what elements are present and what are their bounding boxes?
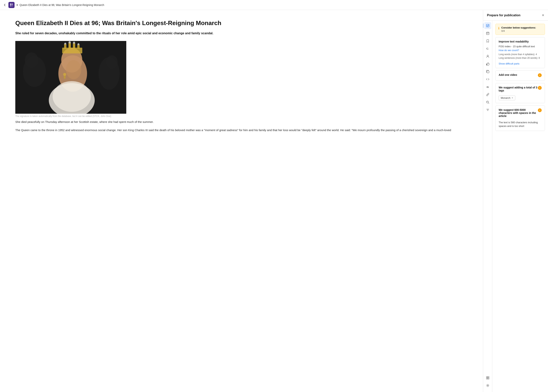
- nav-item-dp[interactable]: dp: [484, 84, 491, 90]
- article-image-wrap: The signature is taken automatically fro…: [15, 41, 468, 118]
- article-para-2[interactable]: The Queen came to the throne in 1952 and…: [15, 128, 468, 133]
- article-image: [15, 41, 126, 114]
- nav-bottom-group: [484, 374, 491, 391]
- queen-silhouette: [15, 41, 126, 114]
- readability-card: Improve text readability FOG index - 15 …: [495, 37, 545, 68]
- back-button[interactable]: [3, 3, 7, 7]
- tags-card-header: We suggest adding a total of 3 tags i: [499, 86, 542, 94]
- article-title[interactable]: Queen Elizabeth II Dies at 96; Was Brita…: [15, 19, 468, 27]
- banner-info-icon: ℹ: [498, 26, 499, 30]
- svg-text:G: G: [486, 47, 488, 50]
- video-info-icon: i: [538, 73, 542, 77]
- length-card-body: The text is 580 characters including spa…: [499, 121, 542, 128]
- banner-title: Consider below suggestions:: [501, 26, 542, 29]
- topbar-left: Queen Elizabeth II Dies at 96; Was Brita…: [3, 2, 545, 8]
- nav-item-google[interactable]: G: [484, 45, 491, 52]
- tag-monarch-remove[interactable]: ×: [512, 97, 513, 99]
- fog-text: FOG index - 15 quite difficult text: [499, 45, 542, 49]
- article-para-1[interactable]: She died peacefully on Thursday afternoo…: [15, 119, 468, 124]
- svg-point-18: [73, 42, 75, 44]
- svg-point-24: [64, 76, 66, 79]
- suggestion-banner: ℹ Consider below suggestions: 0/4: [495, 24, 545, 35]
- doc-title-bar: Queen Elizabeth II Dies at 96; Was Brita…: [16, 3, 104, 7]
- svg-point-23: [63, 73, 66, 76]
- svg-rect-28: [488, 34, 488, 34]
- nav-item-calendar[interactable]: [484, 30, 491, 37]
- sidebar-body: G: [483, 21, 548, 392]
- close-button[interactable]: ×: [542, 13, 544, 17]
- tags-card: We suggest adding a total of 3 tags i Mo…: [495, 83, 545, 103]
- icon-nav: G: [483, 21, 492, 392]
- video-card-header: Add one video i: [499, 73, 542, 78]
- nav-item-settings[interactable]: [484, 382, 491, 389]
- svg-rect-3: [12, 5, 13, 6]
- article-subtitle[interactable]: She ruled for seven decades, unshakably …: [15, 31, 468, 35]
- nav-item-copy[interactable]: [484, 68, 491, 75]
- tags-list: Monarch ×: [499, 96, 542, 100]
- tags-card-title: We suggest adding a total of 3 tags: [499, 86, 538, 92]
- svg-point-32: [486, 101, 488, 103]
- svg-point-30: [487, 55, 488, 56]
- svg-rect-2: [10, 5, 12, 6]
- long-words-stat: Long words (more than 4 syllables): 4: [499, 53, 542, 56]
- length-card: We suggest 600-5000 characters with spac…: [495, 105, 545, 131]
- nav-item-filter[interactable]: [484, 106, 491, 113]
- tags-info-icon: i: [538, 86, 542, 90]
- nav-item-author[interactable]: [484, 53, 491, 60]
- length-card-title: We suggest 600-5000 characters with spac…: [499, 108, 538, 118]
- svg-rect-35: [486, 378, 487, 379]
- card-stats: Long words (more than 4 syllables): 4 Lo…: [499, 53, 542, 60]
- svg-rect-27: [487, 34, 487, 34]
- nav-item-bookmark[interactable]: [484, 37, 491, 44]
- topbar: Queen Elizabeth II Dies at 96; Was Brita…: [0, 0, 548, 10]
- main-layout: Queen Elizabeth II Dies at 96; Was Brita…: [0, 10, 548, 392]
- svg-rect-34: [488, 377, 489, 378]
- readability-title: Improve text readability: [499, 40, 542, 43]
- tag-monarch-label: Monarch: [501, 97, 511, 99]
- svg-rect-31: [487, 71, 489, 73]
- app-logo: [8, 2, 14, 8]
- length-info-icon: i: [538, 108, 542, 112]
- image-caption-source: (STCK, John Doe): [92, 115, 111, 118]
- svg-point-16: [64, 43, 66, 45]
- long-sentences-stat: Long sentences (more than 20 words): 8: [499, 56, 542, 60]
- nav-item-checklist[interactable]: [484, 22, 491, 29]
- svg-point-22: [66, 60, 81, 79]
- banner-text: Consider below suggestions: 0/4: [501, 26, 542, 32]
- article-body[interactable]: She died peacefully on Thursday afternoo…: [15, 119, 468, 133]
- show-difficult-link[interactable]: Show difficult parts: [499, 62, 520, 65]
- nav-item-link[interactable]: [484, 91, 491, 98]
- sidebar-header: Prepare for publication ×: [483, 10, 548, 21]
- nav-item-search[interactable]: [484, 99, 491, 106]
- nav-item-code[interactable]: [484, 76, 491, 83]
- svg-point-8: [106, 55, 118, 69]
- queen-svg: [15, 41, 126, 114]
- svg-rect-1: [12, 3, 13, 5]
- tag-monarch: Monarch ×: [499, 96, 515, 100]
- svg-rect-36: [488, 378, 489, 379]
- svg-point-37: [487, 385, 488, 386]
- svg-point-17: [69, 41, 71, 43]
- svg-rect-0: [10, 3, 12, 5]
- svg-point-19: [77, 43, 79, 45]
- editor-area[interactable]: Queen Elizabeth II Dies at 96; Was Brita…: [0, 10, 483, 392]
- svg-point-21: [53, 81, 91, 112]
- svg-point-6: [25, 52, 38, 68]
- panel-content: ℹ Consider below suggestions: 0/4 Improv…: [492, 21, 548, 392]
- how-count-link[interactable]: How do we count?: [499, 49, 519, 52]
- nav-item-thumbsup[interactable]: [484, 61, 491, 67]
- sidebar-header-title: Prepare for publication: [487, 14, 520, 17]
- doc-title: Queen Elizabeth II Dies at 96; Was Brita…: [20, 3, 104, 7]
- banner-count: 0/4: [501, 29, 542, 32]
- nav-item-grid[interactable]: [484, 374, 491, 381]
- video-card-title: Add one video: [499, 73, 517, 76]
- right-sidebar: Prepare for publication ×: [483, 10, 548, 392]
- svg-rect-33: [486, 377, 487, 378]
- svg-rect-26: [486, 32, 489, 35]
- length-card-header: We suggest 600-5000 characters with spac…: [499, 108, 542, 119]
- video-card: Add one video i: [495, 70, 545, 81]
- doc-status-dot: [16, 4, 18, 6]
- image-caption: The signature is taken automatically fro…: [15, 115, 468, 118]
